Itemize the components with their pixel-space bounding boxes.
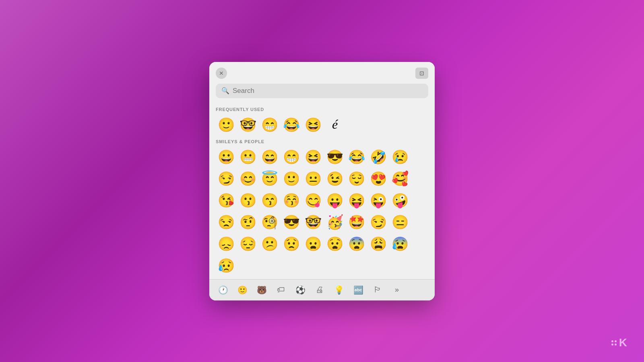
footer-smileys-icon[interactable]: 🙂 bbox=[233, 283, 251, 297]
search-bar: 🔍 bbox=[216, 84, 428, 98]
picker-header: ✕ ⊡ bbox=[209, 62, 435, 79]
logo: K bbox=[611, 336, 628, 349]
footer-custom-icon[interactable]: 🔤 bbox=[349, 283, 367, 297]
emoji-item[interactable]: 🤓 bbox=[303, 212, 324, 232]
emoji-item[interactable]: 😐 bbox=[303, 168, 324, 189]
emoji-item[interactable]: 😊 bbox=[237, 168, 258, 189]
emoji-item[interactable]: 😘 bbox=[216, 190, 237, 211]
emoji-item[interactable]: 😢 bbox=[390, 146, 411, 167]
emoji-item[interactable]: 😂 bbox=[281, 114, 302, 135]
emoji-item[interactable]: 😩 bbox=[368, 233, 389, 254]
menu-icon: ⊡ bbox=[419, 70, 424, 76]
close-icon: ✕ bbox=[219, 70, 224, 76]
emoji-item[interactable]: 😂 bbox=[346, 146, 367, 167]
footer-activities-icon[interactable]: ⚽ bbox=[291, 283, 309, 297]
emoji-item[interactable]: 😦 bbox=[303, 233, 324, 254]
emoji-item[interactable]: 😗 bbox=[237, 190, 258, 211]
emoji-item[interactable]: 😝 bbox=[346, 190, 367, 211]
emoji-item[interactable]: 😄 bbox=[259, 146, 280, 167]
emoji-item[interactable]: 😎 bbox=[281, 212, 302, 232]
footer-recent-icon[interactable]: 🕐 bbox=[214, 283, 232, 297]
emoji-item[interactable]: 😑 bbox=[390, 212, 411, 232]
emoji-item[interactable]: 😏 bbox=[216, 168, 237, 189]
emoji-item[interactable]: 😕 bbox=[259, 233, 280, 254]
emoji-item[interactable]: 🤨 bbox=[237, 212, 258, 232]
logo-dot bbox=[611, 343, 613, 346]
emoji-item[interactable]: 😋 bbox=[303, 190, 324, 211]
emoji-item[interactable]: 🧐 bbox=[259, 212, 280, 232]
emoji-item[interactable]: 😜 bbox=[368, 190, 389, 211]
footer-symbols-icon[interactable]: 💡 bbox=[330, 283, 348, 297]
emoji-item[interactable]: 🥰 bbox=[390, 168, 411, 189]
emoji-item[interactable]: 😏 bbox=[368, 212, 389, 232]
emoji-item[interactable]: 🤓 bbox=[237, 114, 258, 135]
emoji-item[interactable]: 😍 bbox=[368, 168, 389, 189]
emoji-item[interactable]: 😉 bbox=[324, 168, 345, 189]
emoji-item[interactable]: 😰 bbox=[390, 233, 411, 254]
frequently-used-label: FREQUENTLY USED bbox=[216, 107, 428, 112]
emoji-item[interactable]: 🤣 bbox=[368, 146, 389, 167]
emoji-item[interactable]: 🤩 bbox=[346, 212, 367, 232]
emoji-item[interactable]: 😟 bbox=[281, 233, 302, 254]
emoji-item[interactable]: é bbox=[324, 114, 345, 135]
emoji-item[interactable]: 😨 bbox=[346, 233, 367, 254]
emoji-item[interactable]: 😧 bbox=[324, 233, 345, 254]
logo-dot bbox=[611, 340, 613, 342]
footer-places-icon[interactable]: 🖨 bbox=[311, 283, 328, 297]
footer-objects-icon[interactable]: 🏷 bbox=[272, 283, 290, 297]
search-icon: 🔍 bbox=[221, 87, 229, 95]
emoji-item[interactable]: 😚 bbox=[281, 190, 302, 211]
close-button[interactable]: ✕ bbox=[216, 68, 227, 79]
emoji-picker: ✕ ⊡ 🔍 FREQUENTLY USED 🙂 🤓 😁 😂 😆 é SMILEY… bbox=[209, 62, 435, 300]
emoji-item[interactable]: 😙 bbox=[259, 190, 280, 211]
emoji-item[interactable]: 😆 bbox=[303, 114, 324, 135]
emoji-content: FREQUENTLY USED 🙂 🤓 😁 😂 😆 é SMILEYS & PE… bbox=[209, 103, 435, 279]
logo-dots bbox=[611, 340, 617, 346]
smileys-people-label: SMILEYS & PEOPLE bbox=[216, 139, 428, 144]
emoji-item[interactable]: 😥 bbox=[216, 255, 237, 276]
emoji-item[interactable]: 😆 bbox=[303, 146, 324, 167]
emoji-item[interactable]: 😬 bbox=[237, 146, 258, 167]
frequently-used-grid: 🙂 🤓 😁 😂 😆 é bbox=[216, 114, 428, 135]
footer-more-icon[interactable]: » bbox=[388, 283, 406, 297]
emoji-item[interactable]: 😀 bbox=[216, 146, 237, 167]
emoji-item[interactable]: 🙂 bbox=[281, 168, 302, 189]
emoji-item[interactable]: 🙂 bbox=[216, 114, 237, 135]
emoji-item[interactable]: 😎 bbox=[324, 146, 345, 167]
emoji-item[interactable]: 😁 bbox=[259, 114, 280, 135]
emoji-item[interactable]: 😁 bbox=[281, 146, 302, 167]
emoji-item[interactable]: 🥳 bbox=[324, 212, 345, 232]
logo-dot bbox=[615, 343, 617, 346]
emoji-item[interactable]: 😌 bbox=[346, 168, 367, 189]
emoji-item[interactable]: 😔 bbox=[237, 233, 258, 254]
picker-footer: 🕐 🙂 🐻 🏷 ⚽ 🖨 💡 🔤 🏳 » bbox=[209, 279, 435, 300]
emoji-item[interactable]: 😛 bbox=[324, 190, 345, 211]
smileys-people-grid: 😀 😬 😄 😁 😆 😎 😂 🤣 😢 😏 😊 😇 🙂 😐 😉 😌 😍 🥰 😘 😗 … bbox=[216, 146, 428, 276]
logo-dot bbox=[615, 340, 617, 342]
emoji-item[interactable]: 😇 bbox=[259, 168, 280, 189]
footer-animals-icon[interactable]: 🐻 bbox=[253, 283, 270, 297]
search-input[interactable] bbox=[233, 87, 423, 95]
emoji-item[interactable]: 😞 bbox=[216, 233, 237, 254]
footer-flags-icon[interactable]: 🏳 bbox=[369, 283, 386, 297]
menu-button[interactable]: ⊡ bbox=[415, 68, 428, 79]
emoji-item[interactable]: 😒 bbox=[216, 212, 237, 232]
logo-text: K bbox=[619, 336, 628, 349]
emoji-item[interactable]: 🤪 bbox=[390, 190, 411, 211]
